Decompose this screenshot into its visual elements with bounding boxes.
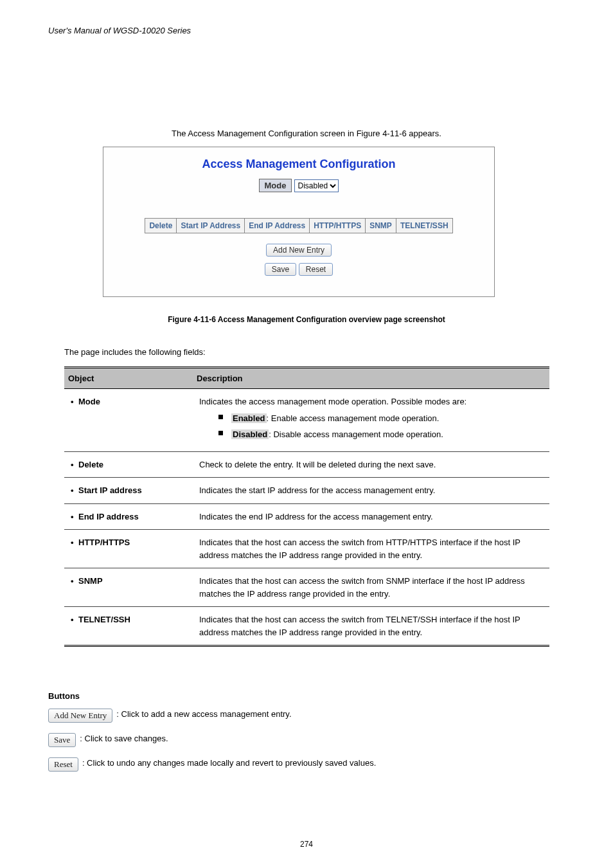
th-description: Description <box>193 368 549 389</box>
obj-delete: Delete <box>64 451 193 478</box>
mode-label: Mode <box>259 179 292 192</box>
table-row: HTTP/HTTPS Indicates that the host can a… <box>64 530 549 568</box>
desc-end-ip: Indicates the end IP address for the acc… <box>193 503 549 530</box>
table-intro: The page includes the following fields: <box>64 347 206 357</box>
doc-header: User's Manual of WGSD-10020 Series <box>48 26 565 35</box>
obj-http: HTTP/HTTPS <box>64 530 193 568</box>
button-desc-row: Add New Entry : Click to add a new acces… <box>48 709 292 723</box>
obj-mode: Mode <box>64 389 193 452</box>
col-http: HTTP/HTTPS <box>310 219 366 233</box>
button-desc: : Click to undo any changes made locally… <box>82 757 376 769</box>
add-new-entry-button[interactable]: Add New Entry <box>266 244 332 257</box>
table-row: Start IP address Indicates the start IP … <box>64 478 549 504</box>
desc-telnet: Indicates that the host can access the s… <box>193 607 549 646</box>
save-button[interactable]: Save <box>265 263 296 276</box>
col-start-ip: Start IP Address <box>177 219 245 233</box>
col-snmp: SNMP <box>366 219 396 233</box>
desc-mode: Indicates the access management mode ope… <box>193 389 549 452</box>
col-telnet: TELNET/SSH <box>396 219 452 233</box>
button-desc-row: Save : Click to save changes. <box>48 733 168 747</box>
button-desc-row: Reset : Click to undo any changes made l… <box>48 757 376 772</box>
table-row: SNMP Indicates that the host can access … <box>64 568 549 607</box>
col-delete: Delete <box>145 219 177 233</box>
figure-caption: Figure 4-11-6 Access Management Configur… <box>0 315 613 324</box>
ip-table: Delete Start IP Address End IP Address H… <box>145 218 452 233</box>
obj-end-ip: End IP address <box>64 503 193 530</box>
button-desc: : Click to add a new access management e… <box>116 709 291 720</box>
add-new-entry-button-doc[interactable]: Add New Entry <box>48 709 112 723</box>
page-number: 274 <box>0 840 613 849</box>
obj-snmp: SNMP <box>64 568 193 607</box>
doc-header-left: User's Manual of WGSD-10020 Series <box>48 26 191 35</box>
figure-intro-text: The Access Management Configuration scre… <box>0 129 613 138</box>
table-row: End IP address Indicates the end IP addr… <box>64 503 549 530</box>
desc-snmp: Indicates that the host can access the s… <box>193 568 549 607</box>
config-panel: Access Management Configuration Mode Dis… <box>103 147 495 297</box>
reset-button-doc[interactable]: Reset <box>48 757 78 772</box>
table-row: TELNET/SSH Indicates that the host can a… <box>64 607 549 646</box>
button-desc: : Click to save changes. <box>80 733 168 745</box>
reset-button[interactable]: Reset <box>299 263 333 276</box>
buttons-heading: Buttons <box>48 691 80 701</box>
panel-title: Access Management Configuration <box>103 158 494 171</box>
mode-row: Mode Disabled <box>103 179 494 192</box>
desc-delete: Check to delete the entry. It will be de… <box>193 451 549 478</box>
desc-start-ip: Indicates the start IP address for the a… <box>193 478 549 504</box>
mode-select[interactable]: Disabled <box>294 179 339 192</box>
obj-telnet: TELNET/SSH <box>64 607 193 646</box>
th-object: Object <box>64 368 193 389</box>
col-end-ip: End IP Address <box>245 219 310 233</box>
description-table: Object Description Mode Indicates the ac… <box>64 366 549 647</box>
desc-http: Indicates that the host can access the s… <box>193 530 549 568</box>
table-row: Delete Check to delete the entry. It wil… <box>64 451 549 478</box>
table-row: Mode Indicates the access management mod… <box>64 389 549 452</box>
save-button-doc[interactable]: Save <box>48 733 76 747</box>
obj-start-ip: Start IP address <box>64 478 193 504</box>
